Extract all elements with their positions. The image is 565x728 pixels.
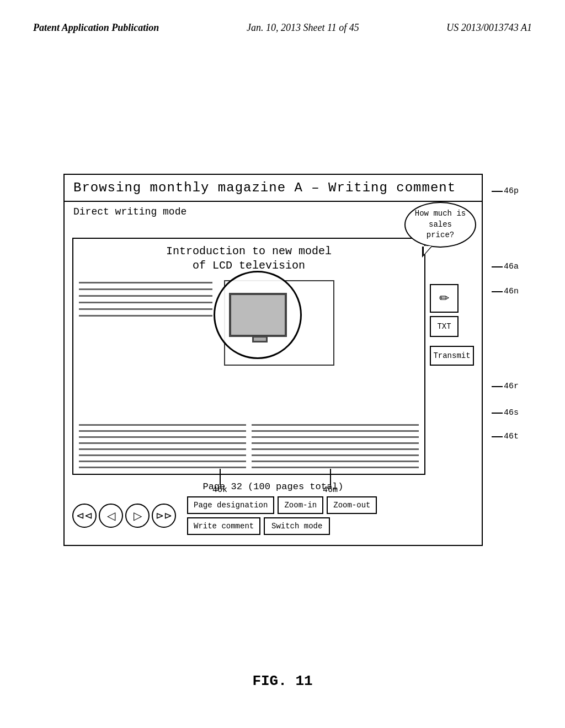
- mode-label: Direct writing mode: [73, 206, 186, 217]
- inner-page: Introduction to new model of LCD televis…: [72, 238, 425, 475]
- left-content-lines: [79, 282, 212, 317]
- write-comment-button[interactable]: Write comment: [187, 517, 260, 535]
- nav-prev-button[interactable]: ◁: [99, 504, 123, 528]
- nav-row: ⊲⊲ ◁ ▷ ⊳⊳ Page designation Zoom-in Zoom-…: [72, 496, 474, 535]
- header-center: Jan. 10, 2013 Sheet 11 of 45: [247, 22, 359, 34]
- page-title: Introduction to new model of LCD televis…: [79, 244, 419, 273]
- header-left: Patent Application Publication: [33, 22, 159, 34]
- label-46a: 46a: [492, 262, 519, 271]
- switch-mode-button[interactable]: Switch mode: [264, 517, 330, 535]
- content-area: Introduction to new model of LCD televis…: [65, 235, 482, 479]
- mode-bar: Direct writing mode How much issales pri…: [65, 202, 482, 235]
- label-46r: 46r: [492, 382, 519, 391]
- right-button-group: Page designation Zoom-in Zoom-out Write …: [187, 496, 377, 535]
- transmit-button[interactable]: Transmit: [430, 346, 474, 366]
- figure-label: FIG. 11: [252, 673, 312, 689]
- zoom-in-button[interactable]: Zoom-in: [278, 496, 323, 514]
- page-info: Page 32 (100 pages total): [72, 481, 474, 492]
- diagram-container: Browsing monthly magazine A – Writing co…: [63, 174, 483, 546]
- page-designation-button[interactable]: Page designation: [187, 496, 274, 514]
- nav-first-button[interactable]: ⊲⊲: [72, 504, 97, 528]
- header-right: US 2013/0013743 A1: [446, 22, 532, 34]
- bottom-content-lines: [79, 424, 419, 468]
- label-46t: 46t: [492, 432, 519, 441]
- label-46m: 46m: [323, 485, 338, 495]
- speech-bubble-text: How much issales price?: [415, 209, 466, 239]
- page-header: Patent Application Publication Jan. 10, …: [33, 22, 532, 34]
- label-46m-container: 46m: [323, 469, 338, 495]
- tv-screen: [229, 293, 287, 337]
- speech-bubble: How much issales price?: [404, 202, 476, 248]
- txt-button[interactable]: TXT: [430, 316, 459, 337]
- nav-last-button[interactable]: ⊳⊳: [152, 504, 176, 528]
- right-controls: ✏ TXT Transmit: [430, 238, 474, 475]
- pencil-button[interactable]: ✏: [430, 284, 459, 313]
- label-46p: 46p: [492, 186, 519, 196]
- label-46k: 46k: [212, 485, 227, 495]
- zoom-out-button[interactable]: Zoom-out: [327, 496, 377, 514]
- nav-next-button[interactable]: ▷: [125, 504, 150, 528]
- label-46s: 46s: [492, 408, 519, 417]
- label-46n: 46n: [492, 287, 519, 296]
- magnify-circle: [214, 271, 302, 359]
- bottom-section: Page 32 (100 pages total) ⊲⊲ ◁ ▷ ⊳⊳ Page…: [65, 479, 482, 545]
- nav-icons: ⊲⊲ ◁ ▷ ⊳⊳: [72, 504, 176, 528]
- diagram-title: Browsing monthly magazine A – Writing co…: [65, 175, 482, 202]
- label-46k-container: 46k: [212, 469, 227, 495]
